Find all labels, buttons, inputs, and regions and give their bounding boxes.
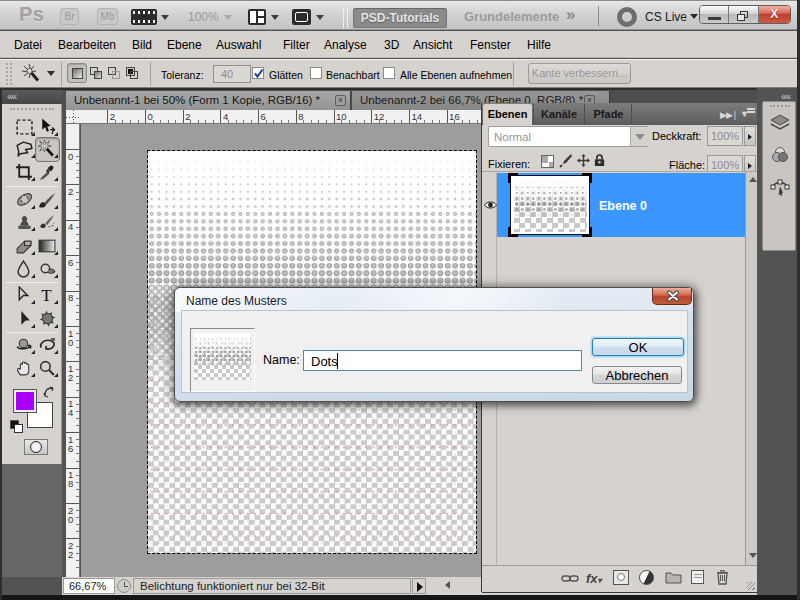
svg-text:T: T xyxy=(41,286,52,304)
